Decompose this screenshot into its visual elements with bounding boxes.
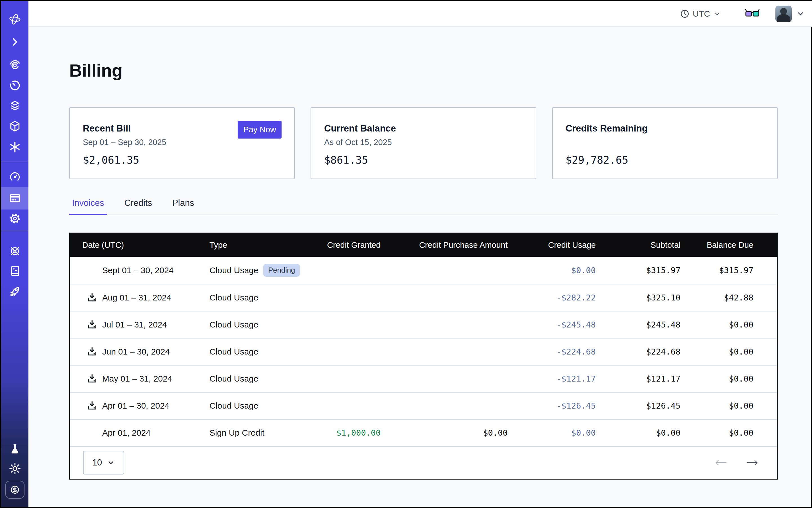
billing-tabs: Invoices Credits Plans	[69, 198, 778, 215]
page-title: Billing	[69, 60, 778, 81]
balance-due-value: $0.00	[681, 428, 754, 437]
balance-due-value: $315.97	[681, 265, 754, 275]
invoice-type: Cloud Usage	[210, 347, 258, 356]
subtotal-value: $325.10	[596, 293, 681, 302]
credits-remaining-card: Credits Remaining $29,782.65	[552, 107, 778, 179]
timezone-selector[interactable]: UTC	[680, 9, 721, 18]
invoice-date: Apr 01, 2024	[102, 428, 151, 437]
rocket-icon[interactable]	[8, 285, 22, 298]
invoice-type: Cloud Usage	[210, 265, 258, 275]
flask-icon[interactable]	[8, 442, 22, 456]
timer-icon[interactable]	[8, 79, 22, 92]
topbar: UTC	[29, 1, 812, 27]
3d-glasses-icon[interactable]	[745, 9, 760, 19]
sidebar-divider	[1, 162, 29, 162]
billing-card-icon[interactable]	[8, 192, 22, 205]
table-row: Apr 01 – 30, 2024 Cloud Usage -$126.45 $…	[70, 392, 777, 419]
subtotal-value: $245.48	[596, 320, 681, 330]
subtotal-value: $126.45	[596, 401, 681, 411]
table-header: Date (UTC) Type Credit Granted Credit Pu…	[70, 234, 777, 257]
invoice-type: Cloud Usage	[210, 374, 258, 384]
invoice-date: May 01 – 31, 2024	[102, 374, 172, 384]
subtotal-value: $0.00	[596, 428, 681, 437]
card-amount: $2,061.35	[83, 154, 282, 166]
invoice-date: Sept 01 – 30, 2024	[102, 265, 174, 275]
recent-bill-card: Recent Bill Sep 01 – Sep 30, 2025 $2,061…	[69, 107, 295, 179]
asterisk-icon[interactable]	[8, 140, 22, 154]
card-amount: $861.35	[324, 154, 523, 166]
invoice-type: Cloud Usage	[210, 320, 258, 330]
balance-due-value: $42.88	[681, 293, 754, 302]
page-size-select[interactable]: 10	[83, 451, 124, 474]
summary-cards: Recent Bill Sep 01 – Sep 30, 2025 $2,061…	[69, 107, 778, 179]
column-header-date: Date (UTC)	[70, 241, 210, 250]
invoice-date: Apr 01 – 30, 2024	[102, 401, 170, 411]
credit-purchase-value: $0.00	[381, 428, 508, 437]
layers-icon[interactable]	[8, 99, 22, 112]
column-header-subtotal: Subtotal	[596, 241, 681, 250]
download-invoice-icon[interactable]	[86, 399, 98, 412]
card-subtitle: As of Oct 15, 2025	[324, 138, 523, 148]
credit-usage-value: -$282.22	[508, 293, 596, 302]
clock-icon	[680, 9, 689, 18]
docs-book-icon[interactable]	[8, 264, 22, 278]
gauge-icon[interactable]	[8, 170, 22, 183]
card-subtitle	[566, 138, 764, 148]
column-header-type: Type	[210, 241, 313, 250]
invoices-table: Date (UTC) Type Credit Granted Credit Pu…	[69, 232, 778, 479]
subtotal-value: $224.68	[596, 347, 681, 356]
balance-due-value: $0.00	[681, 401, 754, 411]
invoice-date: Jul 01 – 31, 2024	[102, 320, 167, 330]
invoice-date: Aug 01 – 31, 2024	[102, 293, 171, 302]
table-pagination: 10	[70, 446, 777, 479]
page-size-value: 10	[92, 458, 102, 468]
chevron-right-icon[interactable]	[8, 35, 22, 49]
credit-usage-value: -$245.48	[508, 320, 596, 330]
card-subtitle: Sep 01 – Sep 30, 2025	[83, 138, 282, 148]
subtotal-value: $121.17	[596, 374, 681, 384]
sidebar-divider	[1, 230, 29, 231]
card-title: Current Balance	[324, 123, 523, 134]
helm-icon[interactable]	[8, 245, 22, 258]
main-area: UTC Billing	[29, 1, 812, 507]
table-row: May 01 – 31, 2024 Cloud Usage -$121.17 $…	[70, 365, 777, 392]
column-header-credit-purchase: Credit Purchase Amount	[381, 241, 508, 250]
account-menu-chevron[interactable]	[796, 9, 805, 18]
app-window: UTC Billing	[0, 0, 812, 508]
table-row: Apr 01, 2024 Sign Up Credit $1,000.00 $0…	[70, 419, 777, 446]
column-header-balance-due: Balance Due	[681, 241, 754, 250]
download-invoice-icon[interactable]	[86, 291, 98, 304]
chevron-down-icon	[714, 10, 721, 17]
card-title: Credits Remaining	[566, 123, 764, 134]
table-row: Aug 01 – 31, 2024 Cloud Usage -$282.22 $…	[70, 284, 777, 311]
balance-due-value: $0.00	[681, 320, 754, 330]
content: Billing Recent Bill Sep 01 – Sep 30, 202…	[29, 27, 812, 507]
sun-icon[interactable]	[8, 462, 22, 475]
tab-invoices[interactable]: Invoices	[69, 198, 107, 215]
user-avatar[interactable]	[775, 6, 792, 22]
subtotal-value: $315.97	[596, 265, 681, 275]
tab-plans[interactable]: Plans	[170, 198, 197, 215]
download-invoice-icon[interactable]	[86, 345, 98, 358]
dollar-badge-icon[interactable]	[5, 481, 25, 499]
orbit-logo-icon[interactable]	[8, 12, 22, 26]
prev-page-arrow-icon[interactable]	[714, 458, 727, 467]
current-balance-card: Current Balance As of Oct 15, 2025 $861.…	[310, 107, 536, 179]
tab-credits[interactable]: Credits	[122, 198, 155, 215]
trace-eye-icon[interactable]	[8, 58, 22, 71]
gear-icon[interactable]	[8, 212, 22, 225]
sidebar	[1, 1, 29, 507]
pay-now-button[interactable]: Pay Now	[238, 121, 282, 138]
download-invoice-icon[interactable]	[86, 319, 98, 331]
credit-usage-value: -$224.68	[508, 347, 596, 356]
chevron-down-icon	[107, 459, 115, 467]
cube-icon[interactable]	[8, 119, 22, 133]
column-header-credit-granted: Credit Granted	[313, 241, 381, 250]
credit-usage-value: -$126.45	[508, 401, 596, 411]
invoice-type: Sign Up Credit	[210, 428, 264, 437]
next-page-arrow-icon[interactable]	[746, 458, 759, 467]
credit-granted-value: $1,000.00	[313, 428, 381, 437]
timezone-label: UTC	[693, 9, 710, 18]
download-invoice-icon[interactable]	[86, 373, 98, 385]
balance-due-value: $0.00	[681, 374, 754, 384]
